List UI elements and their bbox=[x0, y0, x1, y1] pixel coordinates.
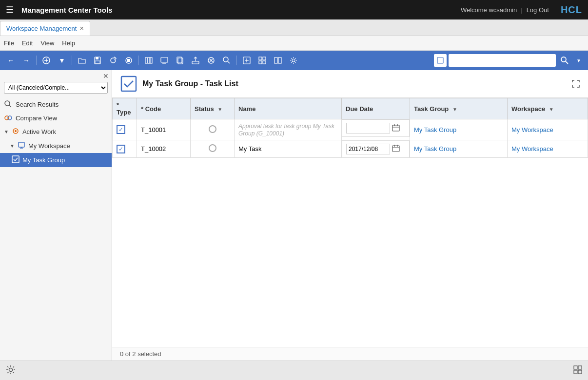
compare-view-nav[interactable]: Compare View bbox=[0, 111, 112, 125]
left-panel-header: ✕ bbox=[0, 70, 112, 82]
search-panel-button[interactable] bbox=[220, 54, 234, 67]
col-code: * Code bbox=[137, 98, 191, 119]
row1-task-group-link[interactable]: My Task Group bbox=[414, 126, 456, 133]
svg-rect-50 bbox=[392, 146, 399, 152]
row1-date-input[interactable] bbox=[346, 123, 390, 133]
active-work-nav[interactable]: ▼ Active Work bbox=[0, 125, 112, 139]
svg-line-21 bbox=[228, 61, 230, 63]
toolbar: ← → ▼ bbox=[0, 51, 588, 70]
task-list-icon bbox=[120, 75, 137, 93]
close-panel-button[interactable]: ✕ bbox=[103, 72, 109, 80]
row2-calendar-button[interactable] bbox=[392, 144, 400, 153]
add-dropdown-button[interactable]: ▼ bbox=[55, 54, 69, 67]
copy-button[interactable] bbox=[173, 54, 187, 67]
row2-workspace-link[interactable]: My Workspace bbox=[511, 145, 553, 152]
row1-code: T_10001 bbox=[137, 119, 191, 140]
delete-button[interactable] bbox=[204, 54, 218, 67]
selection-count: 0 of 2 selected bbox=[120, 350, 161, 358]
hcl-logo: HCL bbox=[561, 4, 582, 16]
col-due-date: Due Date bbox=[342, 98, 410, 119]
compare-icon bbox=[4, 114, 13, 122]
search-button[interactable] bbox=[558, 54, 571, 67]
row1-type: ✓ bbox=[113, 119, 137, 140]
svg-point-35 bbox=[5, 101, 10, 106]
workspace-sort-icon: ▼ bbox=[549, 107, 554, 112]
row1-workspace: My Workspace bbox=[508, 119, 588, 140]
svg-rect-11 bbox=[161, 57, 168, 62]
svg-point-33 bbox=[561, 57, 566, 62]
filter-select[interactable]: All (Canceled/Comple... Active Completed… bbox=[4, 82, 108, 94]
my-workspace-group: ▼ My Workspace My bbox=[0, 139, 112, 167]
logout-button[interactable]: Log Out bbox=[527, 6, 549, 14]
right-content: My Task Group - Task List * Type * Code bbox=[112, 70, 588, 361]
help-menu[interactable]: Help bbox=[62, 39, 75, 47]
open-folder-button[interactable] bbox=[75, 54, 89, 67]
tab-label: Workspace Management bbox=[6, 25, 77, 32]
content-header: My Task Group - Task List bbox=[112, 70, 588, 98]
toolbar-search-area: ▼ bbox=[434, 54, 584, 67]
refresh-button[interactable] bbox=[106, 54, 120, 67]
search-dropdown-button[interactable]: ▼ bbox=[573, 54, 584, 67]
active-work-label: Active Work bbox=[22, 128, 56, 135]
search-results-nav[interactable]: Search Results bbox=[0, 97, 112, 111]
add-task-button[interactable] bbox=[240, 54, 254, 67]
table-row: ✓ T_10001 Approval task for task group M… bbox=[113, 119, 588, 140]
row2-task-group: My Task Group bbox=[410, 140, 508, 158]
columns-button[interactable] bbox=[142, 54, 156, 67]
my-task-group-nav[interactable]: My Task Group bbox=[0, 153, 112, 167]
col-status[interactable]: Status ▼ bbox=[191, 98, 235, 119]
table-footer: 0 of 2 selected bbox=[112, 347, 588, 361]
row1-calendar-button[interactable] bbox=[392, 124, 400, 133]
row1-workspace-link[interactable]: My Workspace bbox=[511, 126, 553, 133]
close-tab-button[interactable]: ✕ bbox=[79, 25, 84, 32]
svg-rect-5 bbox=[95, 61, 100, 63]
filter-dropdown-area: All (Canceled/Comple... Active Completed… bbox=[4, 82, 108, 94]
row2-date-input[interactable] bbox=[346, 144, 390, 154]
workspace-management-tab[interactable]: Workspace Management ✕ bbox=[0, 21, 90, 36]
row1-task-group: My Task Group bbox=[410, 119, 508, 140]
search-input[interactable] bbox=[449, 54, 556, 67]
toolbar-separator-3 bbox=[138, 56, 139, 65]
bottom-bar bbox=[0, 361, 588, 380]
my-workspace-nav[interactable]: ▼ My Workspace bbox=[0, 139, 112, 153]
row1-name: Approval task for task group My Task Gro… bbox=[235, 119, 342, 140]
settings-button[interactable] bbox=[287, 54, 300, 67]
row2-task-group-link[interactable]: My Task Group bbox=[414, 145, 456, 152]
display-button[interactable] bbox=[157, 54, 171, 67]
svg-rect-46 bbox=[392, 125, 399, 131]
stop-button[interactable] bbox=[122, 54, 136, 67]
svg-rect-7 bbox=[127, 59, 130, 62]
view-menu[interactable]: View bbox=[40, 39, 54, 47]
col-task-group[interactable]: Task Group ▼ bbox=[410, 98, 508, 119]
toolbar-separator-2 bbox=[72, 56, 72, 65]
file-menu[interactable]: File bbox=[4, 39, 14, 47]
svg-rect-32 bbox=[437, 57, 443, 63]
back-button[interactable]: ← bbox=[4, 54, 18, 67]
svg-point-54 bbox=[9, 368, 13, 371]
bottom-grid-icon[interactable] bbox=[573, 365, 582, 376]
hamburger-menu-icon[interactable]: ☰ bbox=[6, 4, 14, 15]
split-view-button[interactable] bbox=[271, 54, 285, 67]
col-workspace[interactable]: Workspace ▼ bbox=[508, 98, 588, 119]
svg-rect-55 bbox=[574, 366, 577, 369]
upload-button[interactable] bbox=[189, 54, 202, 67]
col-type: * Type bbox=[113, 98, 137, 119]
bottom-gear-icon[interactable] bbox=[6, 365, 16, 377]
search-icon bbox=[4, 100, 13, 109]
grid-view-button[interactable] bbox=[255, 54, 269, 67]
svg-point-38 bbox=[8, 116, 12, 120]
row1-name-text: Approval task for task group My Task Gro… bbox=[238, 123, 334, 137]
row2-status-circle bbox=[209, 144, 216, 152]
task-group-sort-icon: ▼ bbox=[452, 107, 457, 112]
edit-menu[interactable]: Edit bbox=[22, 39, 33, 47]
compare-view-label: Compare View bbox=[16, 114, 57, 122]
add-button[interactable] bbox=[39, 54, 53, 67]
expand-button[interactable] bbox=[571, 79, 580, 88]
save-button[interactable] bbox=[91, 54, 104, 67]
workspace-icon bbox=[18, 141, 25, 151]
forward-button[interactable]: → bbox=[20, 54, 33, 67]
row2-type: ✓ bbox=[113, 140, 137, 158]
separator: | bbox=[521, 6, 522, 14]
my-task-group-label: My Task Group bbox=[22, 156, 65, 164]
active-work-icon bbox=[12, 127, 20, 136]
